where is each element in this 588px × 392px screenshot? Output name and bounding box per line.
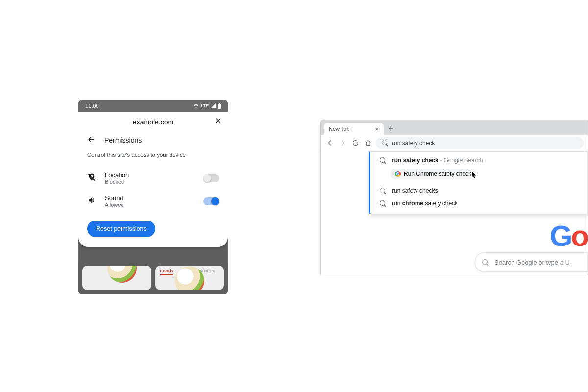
cursor-icon: [472, 172, 477, 180]
suggestion-bold: chrome: [402, 200, 423, 207]
svg-rect-1: [219, 103, 220, 104]
mobile-screenshot: 11:00 LTE Foods Drinks Snacks example.co…: [78, 100, 228, 294]
svg-rect-0: [218, 104, 221, 109]
suggestion-row[interactable]: run chrome safety check: [370, 197, 587, 210]
location-off-icon: [87, 173, 96, 184]
permission-state: Blocked: [105, 179, 129, 185]
tab-strip: New Tab × +: [321, 120, 588, 135]
permissions-title: Permissions: [104, 136, 142, 144]
search-icon: [380, 200, 386, 207]
omnibox[interactable]: run safety check: [376, 137, 584, 149]
wifi-icon: [193, 103, 199, 108]
search-icon: [380, 188, 386, 194]
permission-row-sound: Sound Allowed: [78, 190, 228, 213]
tab-title: New Tab: [329, 126, 350, 132]
action-chip-label: Run Chrome safety check: [404, 171, 471, 177]
network-label: LTE: [201, 103, 209, 108]
desktop-chrome-screenshot: New Tab × + run safety check Go Search G…: [320, 120, 588, 275]
permissions-subtitle: Control this site's access to your devic…: [78, 152, 228, 167]
tab-close-icon[interactable]: ×: [375, 125, 379, 133]
status-bar: 11:00 LTE: [78, 100, 228, 112]
browser-tab[interactable]: New Tab ×: [324, 123, 384, 135]
suggestion-row[interactable]: run safety checks: [370, 184, 587, 197]
reset-permissions-button[interactable]: Reset permissions: [87, 220, 155, 237]
bg-tab: Foods: [160, 269, 173, 275]
status-time: 11:00: [85, 103, 99, 109]
close-icon[interactable]: [214, 117, 222, 126]
omnibox-suggestions: run safety check - Google Search Run Chr…: [369, 151, 588, 214]
ntp-search-box[interactable]: Search Google or type a U: [475, 252, 588, 272]
signal-icon: [211, 103, 216, 108]
search-icon: [482, 259, 489, 266]
back-icon[interactable]: [325, 138, 335, 148]
site-permission-sheet: example.com Permissions Control this sit…: [78, 112, 228, 247]
omnibox-action-chip[interactable]: Run Chrome safety check: [390, 169, 476, 179]
google-logo: Go: [550, 219, 588, 253]
omnibox-text: run safety check: [392, 140, 435, 147]
site-host: example.com: [133, 118, 173, 126]
ntp-search-placeholder: Search Google or type a U: [494, 259, 570, 266]
suggestion-suffix: - Google Search: [439, 157, 483, 164]
sound-toggle[interactable]: [203, 197, 219, 205]
suggestion-row[interactable]: run safety check - Google Search: [370, 154, 587, 167]
sound-icon: [87, 196, 96, 207]
forward-icon[interactable]: [338, 138, 347, 148]
suggestion-text: run: [392, 200, 402, 207]
background-page: Foods Drinks Snacks: [78, 262, 228, 294]
location-toggle[interactable]: [203, 174, 219, 182]
permission-name: Sound: [105, 195, 124, 202]
new-tab-button[interactable]: +: [385, 123, 396, 135]
permission-state: Allowed: [105, 202, 124, 208]
reload-icon[interactable]: [350, 138, 360, 148]
suggestion-text: run safety check: [392, 187, 435, 194]
suggestion-text: run safety check: [392, 157, 439, 164]
home-icon[interactable]: [363, 138, 373, 148]
search-icon: [380, 157, 386, 164]
chrome-icon: [395, 171, 401, 177]
back-icon[interactable]: [87, 135, 96, 145]
search-icon: [382, 140, 388, 146]
permission-row-location: Location Blocked: [78, 167, 228, 190]
suggestion-suffix: safety check: [423, 200, 458, 207]
suggestion-bold: s: [435, 187, 438, 194]
battery-icon: [218, 103, 221, 109]
toolbar: run safety check: [321, 135, 588, 151]
permission-name: Location: [105, 172, 129, 179]
